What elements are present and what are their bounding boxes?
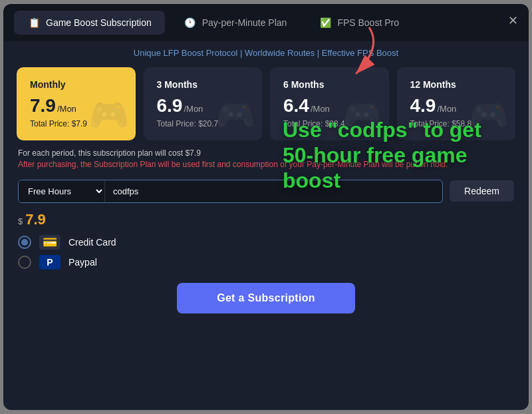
tab-game-boost[interactable]: 📋 Game Boost Subscription <box>14 11 165 35</box>
tabs-bar: 📋 Game Boost Subscription 🕐 Pay-per-Minu… <box>3 4 529 41</box>
price-currency: $ <box>18 216 23 226</box>
tab-pay-per-minute-label: Pay-per-Minute Plan <box>202 17 287 28</box>
fps-boost-icon: ✅ <box>319 16 332 29</box>
payment-promo-area: 💳 Credit Card P Paypal Use "codfps" to g… <box>3 231 529 274</box>
payment-paypal[interactable]: P Paypal <box>18 255 514 270</box>
price-display: $ 7.9 <box>3 207 529 231</box>
plan-monthly-bg-icon: 🎮 <box>89 97 129 134</box>
radio-credit-card[interactable] <box>18 236 31 249</box>
plans-container: Monthly 7.9 /Mon Total Price: $7.9 🎮 3 M… <box>3 62 529 148</box>
modal-overlay: ✕ 📋 Game Boost Subscription 🕐 Pay-per-Mi… <box>0 0 532 414</box>
redeem-code-input[interactable] <box>105 180 442 202</box>
plan-12months[interactable]: 12 Months 4.9 /Mon Total Price: $58.8 🎮 <box>397 67 516 140</box>
tab-game-boost-label: Game Boost Subscription <box>46 17 152 28</box>
tab-fps-boost[interactable]: ✅ FPS Boost Pro <box>305 11 412 35</box>
plan-monthly[interactable]: Monthly 7.9 /Mon Total Price: $7.9 🎮 <box>17 67 136 140</box>
plan-6months-price: 6.4 <box>283 95 309 116</box>
plan-6months-title: 6 Months <box>283 79 376 90</box>
modal: ✕ 📋 Game Boost Subscription 🕐 Pay-per-Mi… <box>3 4 529 410</box>
plan-12months-bg-icon: 🎮 <box>469 97 509 134</box>
plan-3months-per: /Mon <box>184 104 203 114</box>
tab-fps-boost-label: FPS Boost Pro <box>337 17 399 28</box>
warning-info: After purchasing, the Subscription Plan … <box>18 159 514 170</box>
redeem-section: Free Hours Redeem <box>3 173 529 207</box>
paypal-label: Paypal <box>68 257 97 268</box>
payment-section: 💳 Credit Card P Paypal <box>3 231 529 274</box>
cost-info: For each period, this subscription plan … <box>18 148 514 158</box>
credit-card-icon: 💳 <box>39 235 61 250</box>
redeem-button[interactable]: Redeem <box>450 180 514 202</box>
plan-6months[interactable]: 6 Months 6.4 /Mon Total Price: $38.4 🎮 <box>270 67 389 140</box>
payment-credit-card[interactable]: 💳 Credit Card <box>18 235 514 250</box>
plan-3months[interactable]: 3 Months 6.9 /Mon Total Price: $20.7 🎮 <box>144 67 263 140</box>
plan-12months-price: 4.9 <box>410 95 436 116</box>
radio-credit-card-dot <box>21 239 28 246</box>
pay-per-minute-icon: 🕐 <box>184 16 197 29</box>
credit-card-label: Credit Card <box>68 237 116 248</box>
plan-12months-per: /Mon <box>437 104 456 114</box>
plan-3months-bg-icon: 🎮 <box>215 97 255 134</box>
radio-paypal[interactable] <box>18 256 31 269</box>
paypal-icon: P <box>39 255 61 270</box>
plan-3months-title: 3 Months <box>157 79 249 90</box>
plan-monthly-price: 7.9 <box>30 95 56 116</box>
tab-pay-per-minute[interactable]: 🕐 Pay-per-Minute Plan <box>170 11 301 35</box>
price-amount: 7.9 <box>25 211 46 228</box>
info-section: For each period, this subscription plan … <box>3 148 529 173</box>
redeem-type-select[interactable]: Free Hours <box>19 180 105 202</box>
plan-12months-title: 12 Months <box>410 79 503 90</box>
game-boost-icon: 📋 <box>27 16 41 29</box>
plan-3months-price: 6.9 <box>157 95 183 116</box>
subscribe-button[interactable]: Get a Subscription <box>177 283 355 313</box>
subtitle: Unique LFP Boost Protocol | Worldwide Ro… <box>3 41 529 62</box>
plan-6months-per: /Mon <box>311 104 330 114</box>
close-button[interactable]: ✕ <box>508 13 518 28</box>
plan-6months-bg-icon: 🎮 <box>342 97 382 134</box>
plan-monthly-title: Monthly <box>30 79 122 90</box>
plan-monthly-per: /Mon <box>57 104 76 114</box>
redeem-input-wrap: Free Hours <box>18 180 443 203</box>
